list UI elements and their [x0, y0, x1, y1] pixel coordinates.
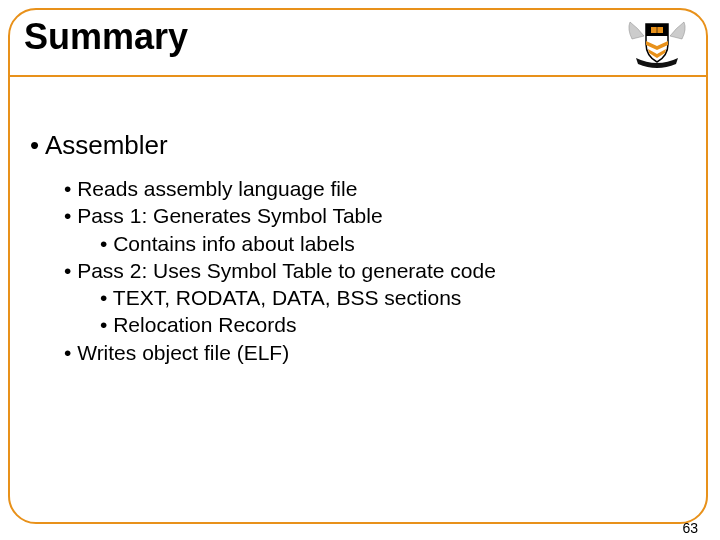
bullet-item: • Reads assembly language file [64, 175, 670, 202]
bullet-subitem: • Relocation Records [100, 311, 670, 338]
bullet-item: • Pass 2: Uses Symbol Table to generate … [64, 257, 670, 284]
bullet-item: • Writes object file (ELF) [64, 339, 670, 366]
bullet-subitem: • Contains info about labels [100, 230, 670, 257]
bullet-list: • Reads assembly language file • Pass 1:… [30, 175, 670, 366]
page-number: 63 [682, 520, 698, 536]
bullet-subitem: • TEXT, RODATA, DATA, BSS sections [100, 284, 670, 311]
slide-content: • Assembler • Reads assembly language fi… [30, 130, 670, 366]
princeton-shield-logo [622, 14, 692, 69]
slide-title: Summary [24, 16, 188, 58]
title-divider [8, 75, 708, 77]
bullet-lvl1: • Assembler [30, 130, 670, 161]
bullet-item: • Pass 1: Generates Symbol Table [64, 202, 670, 229]
